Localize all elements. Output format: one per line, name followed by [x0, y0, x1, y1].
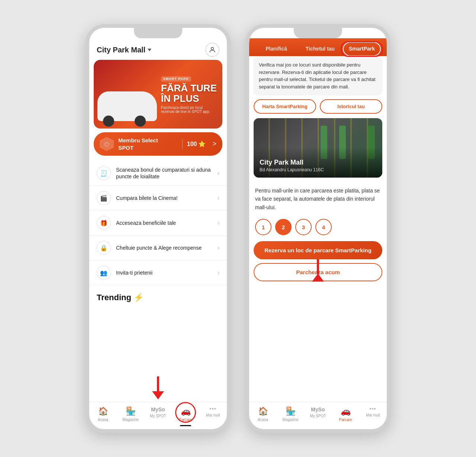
istoricul-tau-button[interactable]: Istoricul tau	[320, 99, 382, 114]
p2-nav-label-mai-mult: Mai mult	[366, 413, 380, 417]
p2-header: Planifică Tichetul tau SmartPark	[249, 38, 387, 56]
user-icon	[209, 46, 216, 54]
nav-label-magazine: Magazine	[122, 418, 138, 422]
p2-level-selector: 1 2 3 4	[249, 216, 387, 241]
car-illustration	[94, 77, 161, 129]
phone-2: Planifică Tichetul tau SmartPark Verific…	[245, 24, 390, 433]
tab-smartpark[interactable]: SmartPark	[343, 42, 381, 56]
chevron-down-icon	[148, 49, 151, 51]
car-wheel-front	[103, 116, 114, 127]
membership-bar[interactable]: ⬡ Membru Select SPOT 100 ⭐ >	[94, 132, 222, 156]
phone-1-content: City Park Mall SMART PARK FĂRĂ TURE	[89, 38, 227, 429]
menu-item-scan[interactable]: 🧾 Scaneaza bonul de cumparaturi si aduna…	[89, 161, 227, 186]
menu-item-rewards[interactable]: 🔒 Cheltuie puncte & Alege recompense ›	[89, 236, 227, 260]
nav-label-parcare: Parcare	[179, 418, 192, 422]
mall-card-name: City Park Mall	[260, 159, 376, 166]
p2-nav-item-acasa[interactable]: 🏠 Acasa	[249, 405, 277, 423]
p1-header-title-group[interactable]: City Park Mall	[97, 46, 151, 54]
arrow-head-down	[152, 391, 164, 399]
notch-1	[134, 28, 182, 38]
notch-2	[294, 28, 342, 38]
menu-item-cinema[interactable]: 🎬 Cumpara bilete la Cinema! ›	[89, 186, 227, 211]
menu-label-benefits: Acceseaza beneficiile tale	[116, 220, 212, 226]
p1-header: City Park Mall	[89, 38, 227, 60]
menu-label-rewards: Cheltuie puncte & Alege recompense	[116, 244, 212, 251]
tab-smartpark-wrap: SmartPark	[343, 42, 381, 56]
member-chevron-icon: >	[212, 140, 216, 148]
p2-nav-item-mai-mult[interactable]: ••• Mai mult	[359, 405, 387, 423]
nav-item-parcare[interactable]: 🚗 Parcare	[172, 405, 199, 423]
mall-card-address: Bd Alexandru Lapusneanu 116C	[260, 167, 376, 172]
user-profile-button[interactable]	[205, 43, 219, 57]
harta-smartparking-button[interactable]: Harta SmartParking	[254, 99, 316, 114]
p2-nav-item-myspot[interactable]: MySo My SPOT	[304, 405, 332, 423]
mall-parking-card: City Park Mall Bd Alexandru Lapusneanu 1…	[254, 118, 382, 178]
p2-nav-item-parcare[interactable]: 🚗 Parcare	[332, 405, 359, 423]
more-icon: •••	[210, 406, 217, 412]
chevron-right-icon-1: ›	[218, 170, 219, 176]
p2-nav-label-acasa: Acasa	[258, 418, 268, 422]
p1-mall-title: City Park Mall	[97, 46, 145, 54]
p2-bottom-nav: 🏠 Acasa 🏪 Magazine MySo My SPOT 🚗 Parcar…	[249, 402, 387, 429]
scan-icon: 🧾	[97, 166, 111, 180]
level-1-button[interactable]: 1	[255, 219, 271, 235]
arrow-line	[157, 376, 159, 391]
p1-banner[interactable]: SMART PARK FĂRĂ TURE ÎN PLUS Parcheaza d…	[94, 60, 222, 129]
p2-more-icon: •••	[370, 406, 377, 412]
phone-1: City Park Mall SMART PARK FĂRĂ TURE	[86, 24, 231, 433]
banner-brand-label: SMART PARK	[161, 76, 191, 81]
parcheaza-acum-button[interactable]: Parcheaza acum	[254, 263, 382, 281]
level-3-button[interactable]: 3	[295, 219, 312, 235]
chevron-right-icon-4: ›	[218, 244, 219, 251]
member-text-group: Membru Select SPOT	[118, 137, 178, 151]
arrow-annotation-down	[152, 377, 164, 399]
phone-2-content: Planifică Tichetul tau SmartPark Verific…	[249, 38, 387, 429]
chevron-right-icon-3: ›	[218, 220, 219, 226]
banner-text-group: SMART PARK FĂRĂ TURE ÎN PLUS Parcheaza d…	[161, 75, 217, 114]
member-points: 100 ⭐	[187, 140, 206, 148]
nav-item-magazine[interactable]: 🏪 Magazine	[117, 405, 144, 423]
p2-nav-item-magazine[interactable]: 🏪 Magazine	[277, 405, 304, 423]
cinema-icon: 🎬	[97, 191, 111, 205]
tab-tichetul-tau[interactable]: Tichetul tau	[299, 42, 341, 56]
nav-item-acasa[interactable]: 🏠 Acasa	[89, 405, 117, 423]
p1-bottom-nav: 🏠 Acasa 🏪 Magazine MySo My SPOT 🚗 Parcar…	[89, 402, 227, 429]
menu-label-scan: Scaneaza bonul de cumparaturi si aduna p…	[116, 166, 212, 180]
menu-item-benefits[interactable]: 🎁 Acceseaza beneficiile tale ›	[89, 211, 227, 236]
member-hex-icon: ⬡	[100, 137, 114, 151]
store-icon: 🏪	[126, 406, 136, 416]
p2-nav-label-myspot: My SPOT	[310, 414, 326, 418]
banner-headline: FĂRĂ TURE ÎN PLUS	[161, 83, 217, 104]
level-2-button[interactable]: 2	[275, 219, 292, 235]
nav-label-acasa: Acasa	[98, 418, 108, 422]
banner-subtext: Parcheaza direct pe locul rezervat de ti…	[161, 106, 217, 114]
home-icon: 🏠	[98, 406, 108, 416]
nav-item-myspot[interactable]: MySo My SPOT	[144, 405, 172, 423]
trending-section: Trending ⚡	[89, 287, 227, 305]
reserve-btn-wrap: Rezerva un loc de parcare SmartParking	[249, 241, 387, 263]
mall-card-overlay: City Park Mall Bd Alexandru Lapusneanu 1…	[254, 148, 382, 178]
nav-item-mai-mult[interactable]: ••• Mai mult	[199, 405, 227, 423]
svg-point-0	[211, 47, 214, 50]
p2-info-text: Pentru mall-urile in care parcarea este …	[249, 182, 387, 216]
p2-nav-label-parcare: Parcare	[339, 418, 352, 422]
p2-nav-label-magazine: Magazine	[282, 418, 298, 422]
level-4-button[interactable]: 4	[315, 219, 332, 235]
chevron-right-icon-2: ›	[218, 195, 219, 201]
nav-label-mai-mult: Mai mult	[206, 413, 220, 417]
car-icon: 🚗	[181, 406, 191, 416]
chevron-right-icon-5: ›	[218, 269, 219, 276]
benefits-icon: 🎁	[97, 216, 111, 230]
lightning-icon: ⚡	[134, 293, 144, 302]
menu-item-invite[interactable]: 👥 Invita-ti prietenii ›	[89, 260, 227, 285]
p1-menu-list: 🧾 Scaneaza bonul de cumparaturi si aduna…	[89, 159, 227, 287]
p2-store-icon: 🏪	[286, 406, 296, 416]
car-wheel-rear	[135, 116, 146, 127]
menu-label-invite: Invita-ti prietenii	[116, 269, 212, 276]
reserve-smartparking-button[interactable]: Rezerva un loc de parcare SmartParking	[254, 241, 382, 259]
p2-action-buttons: Harta SmartParking Istoricul tau	[249, 99, 387, 118]
p2-description: Verifica mai jos ce locuri sunt disponib…	[254, 56, 382, 95]
p2-myspot-icon: MySo	[311, 406, 325, 412]
tab-planifica[interactable]: Planifică	[255, 42, 298, 56]
member-divider	[182, 139, 183, 150]
